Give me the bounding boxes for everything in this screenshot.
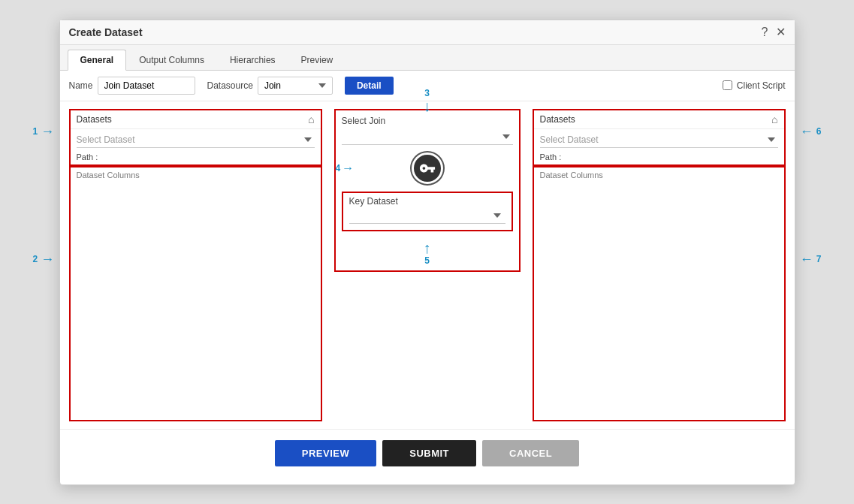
arrow-4-icon: →	[342, 161, 354, 175]
key-button[interactable]	[412, 152, 443, 184]
right-path: Path :	[534, 151, 784, 164]
arrow-2-icon: →	[41, 252, 54, 267]
arrow-7-wrap: 7 ←	[800, 252, 822, 267]
key-icon-area: 4 →	[336, 148, 519, 189]
right-columns-box: Dataset Columns	[533, 166, 786, 421]
client-script-wrap: Client Script	[723, 80, 786, 91]
arrow-3-icon: ↓	[424, 98, 431, 113]
arrow-3-label: 3	[424, 88, 430, 98]
key-icon	[419, 160, 436, 177]
arrow-3-wrap: 3 ↓	[424, 88, 431, 113]
submit-button[interactable]: SUBMIT	[382, 440, 476, 466]
arrow-4-wrap: 4 →	[336, 161, 355, 175]
main-content: 1 → 2 → 6 ← 7 ← Datasets ⌂	[60, 101, 795, 429]
mid-panel-wrap: 3 ↓ Select Join	[322, 109, 533, 421]
select-join-title: Select Join	[342, 116, 386, 126]
name-input[interactable]	[98, 77, 195, 95]
tab-output-columns[interactable]: Output Columns	[126, 50, 217, 70]
tab-preview[interactable]: Preview	[288, 50, 346, 70]
arrow-1-icon: →	[41, 124, 54, 140]
tab-hierarchies[interactable]: Hierarchies	[217, 50, 288, 70]
arrow-7-label: 7	[816, 254, 822, 264]
right-home-icon[interactable]: ⌂	[771, 113, 777, 125]
right-path-label: Path :	[540, 152, 562, 161]
left-panel: Datasets ⌂ Select Dataset Path : Dataset…	[69, 109, 322, 421]
name-field-wrap: Name	[69, 77, 195, 95]
arrow-5-label: 5	[424, 255, 430, 266]
left-columns-box: Dataset Columns	[69, 166, 322, 421]
arrow-1-label: 1	[33, 126, 38, 137]
mid-panel: Select Join 4 →	[334, 109, 521, 272]
key-dataset-select-wrap	[343, 208, 511, 230]
right-panel: Datasets ⌂ Select Dataset Path : Dataset…	[533, 109, 786, 421]
dialog-footer: PREVIEW SUBMIT CANCEL	[60, 429, 795, 474]
left-home-icon[interactable]: ⌂	[308, 113, 314, 125]
arrow-6-wrap: 6 ←	[800, 124, 822, 140]
datasource-label: Datasource	[207, 80, 253, 91]
key-dataset-box: Key Dataset	[342, 192, 513, 231]
dialog-header-icons: ? ✕	[762, 26, 786, 38]
arrow-6-label: 6	[816, 126, 822, 137]
key-dataset-select[interactable]	[349, 208, 505, 224]
dialog-header: Create Dataset ? ✕	[60, 20, 795, 45]
right-columns-label: Dataset Columns	[534, 167, 784, 183]
close-icon[interactable]: ✕	[776, 26, 786, 38]
left-path: Path :	[71, 151, 321, 164]
left-datasets-panel: Datasets ⌂ Select Dataset Path :	[69, 109, 322, 166]
right-dataset-select[interactable]: Select Dataset	[540, 132, 778, 148]
tab-bar: General Output Columns Hierarchies Previ…	[60, 45, 795, 71]
arrow-6-icon: ←	[800, 124, 813, 140]
three-col-layout: Datasets ⌂ Select Dataset Path : Dataset…	[69, 109, 786, 421]
right-panel-header: Datasets ⌂	[534, 110, 784, 129]
arrow-7-icon: ←	[800, 252, 813, 267]
left-dataset-select[interactable]: Select Dataset	[77, 132, 315, 148]
tab-general[interactable]: General	[68, 50, 127, 71]
help-icon[interactable]: ?	[762, 26, 768, 38]
create-dataset-dialog: Create Dataset ? ✕ General Output Column…	[59, 20, 795, 485]
left-panel-header: Datasets ⌂	[71, 110, 321, 129]
arrow-2-wrap: 2 →	[33, 252, 55, 267]
key-dataset-title: Key Dataset	[343, 193, 511, 208]
arrow-1-wrap: 1 →	[33, 124, 55, 140]
datasource-select[interactable]: Join	[258, 77, 333, 95]
select-join-row	[336, 126, 519, 148]
name-label: Name	[69, 80, 93, 91]
client-script-label: Client Script	[737, 80, 786, 91]
datasource-field-wrap: Datasource Join	[207, 77, 333, 95]
dialog-title: Create Dataset	[69, 26, 143, 38]
arrow-2-label: 2	[33, 254, 38, 264]
right-select-row: Select Dataset	[534, 129, 784, 151]
client-script-checkbox[interactable]	[723, 80, 732, 90]
arrow-5-wrap: ↑ 5	[336, 237, 519, 270]
select-join-select[interactable]	[342, 129, 513, 145]
left-datasets-label: Datasets	[77, 114, 112, 125]
arrow-5-icon: ↑	[424, 240, 431, 255]
right-datasets-label: Datasets	[540, 114, 575, 125]
arrow-4-label: 4	[336, 163, 341, 174]
detail-button[interactable]: Detail	[345, 77, 394, 95]
left-select-row: Select Dataset	[71, 129, 321, 151]
left-path-label: Path :	[77, 152, 98, 161]
cancel-button[interactable]: CANCEL	[482, 440, 579, 466]
right-datasets-panel: Datasets ⌂ Select Dataset Path :	[533, 109, 786, 166]
preview-button[interactable]: PREVIEW	[275, 440, 376, 466]
left-columns-label: Dataset Columns	[71, 167, 321, 183]
